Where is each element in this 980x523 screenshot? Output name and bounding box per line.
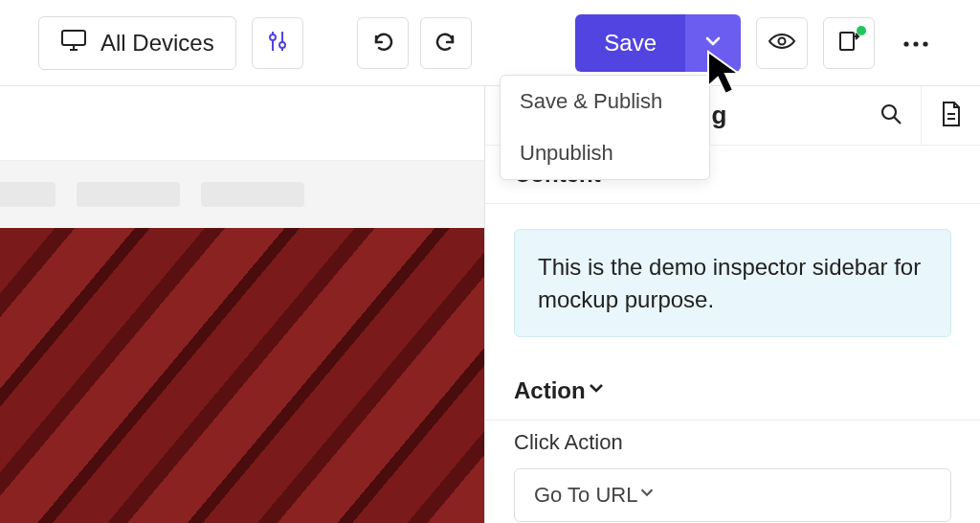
device-selector-button[interactable]: All Devices <box>38 16 236 70</box>
sliders-icon <box>265 29 290 57</box>
placeholder-row <box>0 161 484 228</box>
chevron-down-icon <box>586 377 607 404</box>
settings-sliders-button[interactable] <box>252 17 303 69</box>
menu-item-save-publish[interactable]: Save & Publish <box>501 76 709 127</box>
hero-image-preview[interactable] <box>0 228 484 523</box>
canvas-area <box>0 86 484 523</box>
chevron-down-icon <box>637 483 657 508</box>
svg-rect-0 <box>62 31 85 45</box>
svg-point-13 <box>882 105 896 119</box>
click-action-value: Go To URL <box>534 483 637 508</box>
workspace: ng Content <box>0 86 980 523</box>
undo-button[interactable] <box>357 17 409 69</box>
save-button[interactable]: Save <box>575 14 685 72</box>
toolbar-left-group: All Devices <box>38 16 472 70</box>
section-action-label: Action <box>514 377 586 404</box>
status-dot-icon <box>857 26 866 35</box>
more-horizontal-icon <box>902 34 930 52</box>
click-action-select[interactable]: Go To URL <box>514 468 951 522</box>
click-action-label: Click Action <box>485 421 980 463</box>
save-dropdown-toggle[interactable] <box>685 14 741 72</box>
export-button[interactable] <box>823 17 875 69</box>
toolbar-right-group: Save <box>575 14 942 72</box>
undo-icon <box>370 29 395 57</box>
canvas-header <box>0 86 484 161</box>
svg-point-10 <box>903 41 908 46</box>
sidebar-document-button[interactable] <box>921 86 980 146</box>
svg-point-7 <box>779 37 786 44</box>
search-icon <box>879 102 903 130</box>
eye-icon <box>768 32 796 55</box>
inspector-info-note: This is the demo inspector sidebar for m… <box>514 229 951 337</box>
section-action-toggle[interactable]: Action <box>485 362 980 421</box>
placeholder-block <box>77 182 180 207</box>
history-group <box>357 17 472 69</box>
save-split-button: Save <box>575 14 741 72</box>
svg-point-12 <box>923 41 927 46</box>
svg-point-11 <box>913 41 918 46</box>
placeholder-block <box>0 182 56 207</box>
redo-icon <box>434 29 458 57</box>
menu-item-unpublish[interactable]: Unpublish <box>501 127 709 179</box>
redo-button[interactable] <box>420 17 472 69</box>
svg-point-5 <box>270 34 276 40</box>
top-toolbar: All Devices <box>0 0 980 86</box>
save-dropdown-menu: Save & Publish Unpublish <box>500 75 710 180</box>
sidebar-search-button[interactable] <box>861 86 921 146</box>
more-menu-button[interactable] <box>890 17 942 69</box>
placeholder-block <box>201 182 304 207</box>
svg-rect-8 <box>840 33 854 50</box>
device-label: All Devices <box>100 30 214 57</box>
document-icon <box>940 101 963 131</box>
chevron-down-icon <box>702 31 724 56</box>
monitor-icon <box>60 29 87 57</box>
svg-line-14 <box>894 117 901 124</box>
preview-button[interactable] <box>756 17 808 69</box>
svg-point-6 <box>279 42 285 48</box>
